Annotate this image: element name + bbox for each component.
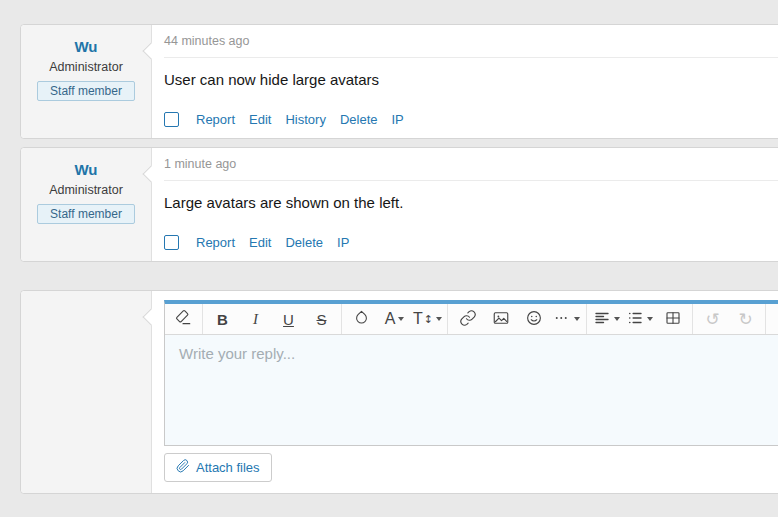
ip-link[interactable]: IP [391, 112, 403, 127]
more-options-icon [553, 309, 571, 330]
user-role: Administrator [21, 60, 151, 74]
strikethrough-button[interactable]: S [305, 304, 338, 335]
list-button[interactable] [623, 304, 656, 335]
font-family-icon: A [385, 310, 396, 328]
post-1: Wu Administrator Staff member 44 minutes… [20, 24, 778, 139]
username-link[interactable]: Wu [74, 38, 97, 55]
italic-label: I [253, 311, 258, 328]
undo-button[interactable]: ↺ [696, 304, 729, 335]
chevron-down-icon [574, 317, 580, 321]
save-draft-button[interactable] [769, 304, 778, 335]
image-icon [492, 309, 510, 330]
edit-link[interactable]: Edit [249, 235, 271, 250]
bold-label: B [217, 311, 228, 328]
toolbar-separator [765, 304, 766, 335]
report-link[interactable]: Report [196, 235, 235, 250]
post-1-message: User can now hide large avatars [164, 71, 778, 88]
insert-link-button[interactable] [451, 304, 484, 335]
text-color-button[interactable] [345, 304, 378, 335]
timestamp-link[interactable]: 44 minutes ago [164, 34, 249, 48]
post-2: Wu Administrator Staff member 1 minute a… [20, 147, 778, 262]
post-2-user-cell: Wu Administrator Staff member [21, 148, 152, 261]
text-size-icon: T [413, 310, 423, 328]
post-1-user-cell: Wu Administrator Staff member [21, 25, 152, 138]
toolbar-separator [447, 304, 448, 335]
chevron-down-icon [647, 317, 653, 321]
updown-arrows: ↕ [424, 313, 433, 326]
post-2-content: 1 minute ago Large avatars are shown on … [152, 148, 778, 261]
undo-icon: ↺ [705, 309, 719, 329]
underline-button[interactable]: U [272, 304, 305, 335]
font-family-button[interactable]: A [378, 304, 411, 335]
chevron-down-icon [436, 317, 442, 321]
history-link[interactable]: History [285, 112, 325, 127]
list-icon [626, 309, 644, 330]
rich-text-editor: B I U S A T↕ [164, 300, 778, 446]
editor-toolbar: B I U S A T↕ [165, 304, 778, 335]
droplet-icon [353, 309, 370, 329]
link-icon [459, 309, 477, 330]
insert-smiley-button[interactable] [517, 304, 550, 335]
toolbar-separator [202, 304, 203, 335]
post-1-header: 44 minutes ago [164, 25, 778, 58]
redo-button[interactable]: ↻ [729, 304, 762, 335]
ip-link[interactable]: IP [337, 235, 349, 250]
attach-row: Attach files [164, 453, 778, 482]
user-role: Administrator [21, 183, 151, 197]
delete-link[interactable]: Delete [285, 235, 323, 250]
paperclip-icon [176, 459, 190, 476]
thread-view: Wu Administrator Staff member 44 minutes… [20, 24, 778, 494]
underline-label: U [283, 311, 294, 328]
staff-member-badge: Staff member [37, 204, 135, 224]
report-link[interactable]: Report [196, 112, 235, 127]
bold-button[interactable]: B [206, 304, 239, 335]
insert-table-button[interactable] [656, 304, 689, 335]
select-post-checkbox[interactable] [164, 235, 179, 250]
editor-content: B I U S A T↕ [152, 291, 778, 493]
post-1-content: 44 minutes ago User can now hide large a… [152, 25, 778, 138]
redo-icon: ↻ [738, 309, 752, 329]
remove-format-button[interactable] [166, 304, 199, 335]
editor-user-cell [21, 291, 152, 493]
edit-link[interactable]: Edit [249, 112, 271, 127]
reply-input[interactable]: Write your reply... [165, 335, 778, 445]
eraser-icon [174, 309, 192, 330]
reply-editor-block: B I U S A T↕ [20, 290, 778, 494]
insert-image-button[interactable] [484, 304, 517, 335]
username-link[interactable]: Wu [74, 161, 97, 178]
attach-files-button[interactable]: Attach files [164, 453, 272, 482]
post-2-message: Large avatars are shown on the left. [164, 194, 778, 211]
smiley-icon [525, 309, 543, 330]
table-icon [664, 309, 682, 330]
post-2-header: 1 minute ago [164, 148, 778, 181]
text-size-button[interactable]: T↕ [411, 304, 444, 335]
more-options-button[interactable] [550, 304, 583, 335]
toolbar-separator [586, 304, 587, 335]
toolbar-separator [692, 304, 693, 335]
chevron-down-icon [614, 317, 620, 321]
italic-button[interactable]: I [239, 304, 272, 335]
staff-member-badge: Staff member [37, 81, 135, 101]
select-post-checkbox[interactable] [164, 112, 179, 127]
timestamp-link[interactable]: 1 minute ago [164, 157, 236, 171]
attach-files-label: Attach files [196, 460, 260, 475]
post-2-actions: Report Edit Delete IP [164, 235, 778, 250]
chevron-down-icon [398, 317, 404, 321]
strikethrough-label: S [316, 311, 326, 328]
post-1-actions: Report Edit History Delete IP [164, 112, 778, 127]
toolbar-separator [341, 304, 342, 335]
alignment-button[interactable] [590, 304, 623, 335]
align-icon [593, 309, 611, 330]
delete-link[interactable]: Delete [340, 112, 378, 127]
